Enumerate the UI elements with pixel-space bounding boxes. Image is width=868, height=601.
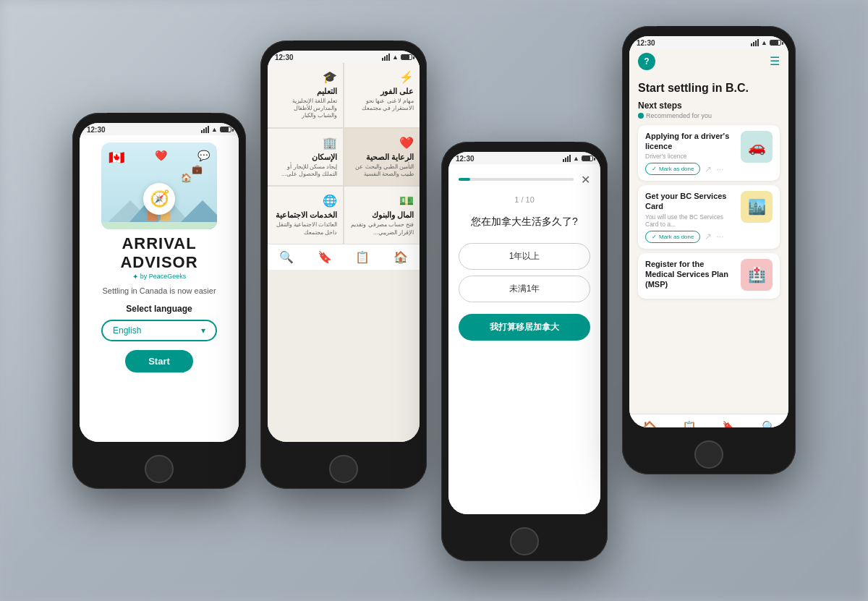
status-bar-1: 12:30 ▲	[80, 123, 239, 135]
home-button-1[interactable]	[145, 455, 174, 483]
nav-home-icon-4[interactable]: 🏠	[642, 420, 657, 427]
task-info-2: Register for the Medical Services Plan (…	[645, 259, 735, 293]
quiz-option-1[interactable]: 未满1年	[459, 276, 590, 302]
mark-done-button-0[interactable]: ✓ Mark as done	[645, 163, 700, 175]
brand-label: ✦ by PeaceGeeks	[132, 273, 187, 281]
category-card-education[interactable]: 🎓 التعليم تعلم اللغة الإنجليزية والمدارس…	[268, 63, 343, 127]
task-img-1: 🏙️	[741, 191, 773, 223]
more-icon-0[interactable]: ···	[716, 164, 723, 174]
task-actions-1: ✓ Mark as done ↗ ···	[645, 231, 735, 243]
money-icon: 💵	[350, 194, 414, 208]
status-time-1: 12:30	[87, 126, 106, 134]
phone-settling-bc: 12:30 ▲ ? ☰ Start settling in	[622, 26, 796, 474]
phone-notch-3	[475, 142, 574, 150]
cat-desc-4: فتح حساب مصرفي وتقديم الإقرار الضريبي...	[350, 221, 414, 236]
nav-search-icon-4[interactable]: 🔍	[762, 420, 776, 427]
svg-rect-4	[101, 222, 217, 229]
phone1-subtitle: Settling in Canada is now easier	[102, 286, 216, 295]
status-bar-2: 12:30 ▲	[268, 51, 420, 63]
wifi-icon: ▲	[211, 126, 218, 133]
nav-guide-icon-4[interactable]: 📋	[682, 420, 697, 427]
status-icons-1: ▲	[201, 126, 231, 133]
task-img-0: 🚗	[741, 131, 773, 163]
phone-screen-3: 12:30 ▲ ✕ 1 / 10	[448, 152, 600, 514]
canada-flag-icon: 🇨🇦	[109, 150, 124, 166]
quiz-submit-button[interactable]: 我打算移居加拿大	[459, 314, 590, 341]
phone-screen-1: 12:30 ▲ 🇨🇦 ❤️	[80, 123, 239, 442]
cat-title-1: التعليم	[273, 87, 337, 96]
illustration-icons: 🇨🇦 ❤️ 💬	[109, 150, 210, 166]
healthcare-icon: ❤️	[350, 136, 414, 150]
battery-icon	[220, 127, 231, 132]
cat-title-0: على الفور	[350, 87, 414, 96]
briefcase-icon: 💼	[192, 164, 203, 174]
social-icon: 🌐	[273, 194, 337, 208]
task-info-0: Applying for a driver's licence Driver's…	[645, 131, 735, 176]
task-title-2: Register for the Medical Services Plan (…	[645, 259, 735, 290]
task-info-1: Get your BC Services Card You will use t…	[645, 191, 735, 243]
status-time-2: 12:30	[275, 54, 294, 61]
nav-search-icon[interactable]: 🔍	[279, 250, 294, 264]
house-icon: 🏠	[181, 173, 192, 183]
status-time-4: 12:30	[637, 39, 655, 47]
task-title-1: Get your BC Services Card	[645, 191, 735, 212]
category-card-money[interactable]: 💵 المال والبنوك فتح حساب مصرفي وتقديم ال…	[344, 187, 420, 244]
task-actions-0: ✓ Mark as done ↗ ···	[645, 163, 735, 175]
rec-dot	[638, 113, 644, 119]
status-time-3: 12:30	[456, 155, 475, 163]
more-icon-1[interactable]: ···	[716, 231, 723, 242]
menu-icon[interactable]: ☰	[770, 54, 780, 68]
phone3-body: ✕ 1 / 10 您在加拿大生活多久了? 1年以上 未满1年 我打算移居加拿大	[448, 164, 600, 514]
cat-desc-1: تعلم اللغة الإنجليزية والمدارس للأطفال و…	[273, 98, 337, 120]
share-icon-0[interactable]: ↗	[705, 164, 712, 174]
nav-guide-icon[interactable]: 📋	[355, 250, 370, 264]
battery-icon-2	[401, 54, 412, 60]
signal-icon	[201, 126, 209, 133]
category-card-healthcare[interactable]: ❤️ الرعاية الصحية التأمين الطبي والبحث ع…	[344, 129, 420, 186]
progress-fill	[459, 178, 470, 181]
cat-title-3: الإسكان	[273, 153, 337, 162]
chevron-down-icon: ▾	[201, 325, 205, 336]
nav-home-icon[interactable]: 🏠	[393, 250, 408, 264]
checkmark-icon-0: ✓	[652, 166, 657, 172]
nav-bookmark-icon-4[interactable]: 🔖	[722, 420, 736, 427]
battery-icon-4	[770, 40, 781, 46]
category-card-urgent[interactable]: ⚡ على الفور مهام لا غنى عنها نحو الاستقر…	[344, 63, 420, 127]
mark-done-button-1[interactable]: ✓ Mark as done	[645, 231, 700, 243]
cat-desc-0: مهام لا غنى عنها نحو الاستقرار في مجتمعك	[350, 98, 414, 113]
share-icon-1[interactable]: ↗	[705, 231, 712, 242]
start-button[interactable]: Start	[125, 350, 193, 372]
task-img-2: 🏥	[741, 259, 773, 291]
phone-arrival-advisor: 12:30 ▲ 🇨🇦 ❤️	[72, 113, 246, 489]
language-dropdown[interactable]: English ▾	[101, 320, 217, 341]
category-card-social[interactable]: 🌐 الخدمات الاجتماعية العائدات الاجتماعية…	[268, 187, 343, 244]
phone1-body: 🇨🇦 ❤️ 💬	[80, 135, 239, 442]
status-bar-3: 12:30 ▲	[448, 152, 600, 164]
home-button-3[interactable]	[510, 527, 539, 555]
phone-notch-4	[657, 26, 761, 35]
quiz-option-0[interactable]: 1年以上	[459, 243, 590, 270]
heart-icon: ❤️	[155, 150, 167, 166]
close-button[interactable]: ✕	[581, 173, 590, 187]
chat-icon: 💬	[197, 150, 210, 166]
help-icon[interactable]: ?	[638, 53, 655, 70]
task-title-0: Applying for a driver's licence	[645, 131, 735, 152]
phone-quiz: 12:30 ▲ ✕ 1 / 10	[441, 142, 608, 561]
phone-notch	[107, 113, 211, 122]
category-card-housing[interactable]: 🏢 الإسكان إيجاد مسكن للإيجار أو التملك و…	[268, 129, 343, 186]
select-language-label: Select language	[126, 304, 192, 314]
nav-bookmark-icon[interactable]: 🔖	[318, 250, 332, 264]
housing-icon: 🏢	[273, 136, 337, 150]
task-subtitle-0: Driver's licence	[645, 153, 735, 160]
cat-title-2: الرعاية الصحية	[350, 153, 414, 162]
recommended-label: Recommended for you	[638, 112, 780, 119]
cat-desc-3: إيجاد مسكن للإيجار أو التملك والحصول على…	[273, 163, 337, 179]
app-title-line2: ADVISOR	[120, 254, 197, 271]
category-grid: ⚡ على الفور مهام لا غنى عنها نحو الاستقر…	[268, 63, 420, 244]
arrival-illustration: 🇨🇦 ❤️ 💬	[101, 142, 217, 229]
education-icon: 🎓	[273, 70, 337, 84]
phone-screen-2: 12:30 ▲ ⚡ على الفور	[268, 51, 420, 442]
battery-icon-3	[582, 155, 593, 161]
home-button-4[interactable]	[694, 440, 723, 469]
home-button-2[interactable]	[329, 455, 358, 483]
